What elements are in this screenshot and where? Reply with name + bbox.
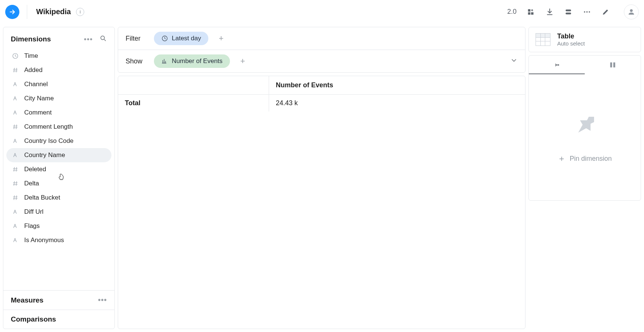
clock-icon [161,35,168,42]
version-label: 2.0 [507,8,517,16]
pinboard-tab-pinned[interactable] [529,56,585,74]
text-icon [12,222,19,230]
measures-header[interactable]: Measures ••• [3,290,114,310]
essence-icon[interactable] [564,8,572,16]
dimension-item-label: Deleted [24,166,46,173]
filter-row: Filter Latest day + [118,27,525,50]
total-row-value: 24.43 k [269,95,525,112]
show-pill-label: Number of Events [172,57,222,65]
datasource-title: Wikipedia [36,7,71,16]
comparisons-header[interactable]: Comparisons [3,310,114,329]
svg-point-5 [584,11,585,13]
hash-icon [12,166,19,173]
text-icon [12,151,19,159]
edit-icon[interactable] [602,8,610,16]
expand-show-icon[interactable] [510,57,518,66]
dimensions-more-icon[interactable]: ••• [84,35,93,44]
dimension-item[interactable]: Country Iso Code [6,134,111,148]
info-icon[interactable]: i [76,8,84,16]
divider [27,5,27,19]
dimension-item[interactable]: Time [6,49,111,63]
text-icon [12,208,19,216]
dimension-item[interactable]: Diff Url [6,205,111,219]
hash-icon [12,123,19,131]
download-icon[interactable] [546,8,554,16]
text-icon [12,95,19,102]
text-icon [12,81,19,88]
dimension-item-label: Country Iso Code [24,137,73,145]
table-icon [536,33,550,46]
bar-chart-icon [161,58,168,65]
show-pill-number-of-events[interactable]: Number of Events [154,54,230,68]
dimension-item[interactable]: Channel [6,77,111,91]
dimension-item[interactable]: Delta [6,176,111,191]
arrow-right-icon [9,8,16,16]
dimension-item[interactable]: Deleted [6,162,111,176]
svg-rect-12 [610,62,612,67]
svg-rect-2 [531,12,533,14]
dimension-item-label: Diff Url [24,208,44,216]
filter-label: Filter [126,35,146,43]
dimensions-sidebar: Dimensions ••• TimeAddedChannelCity Name… [3,27,115,329]
dimension-item[interactable]: Country Name [6,148,111,162]
app-logo[interactable] [5,5,19,19]
pin-dimension-label: Pin dimension [569,155,612,163]
pin-dimension-button[interactable]: ＋ Pin dimension [558,153,612,164]
svg-rect-0 [528,9,530,11]
comparisons-label: Comparisons [11,315,56,323]
clock-icon [12,52,19,60]
svg-rect-3 [566,9,571,11]
visualization-selector[interactable]: Table Auto select [528,27,641,52]
dimensions-search-icon[interactable] [100,35,107,44]
filter-pill-latest-day[interactable]: Latest day [154,32,208,45]
dimension-item[interactable]: Added [6,63,111,77]
hash-icon [12,194,19,201]
person-icon [627,8,635,16]
pin-placeholder-icon [563,104,606,148]
pinboard-tab-compare[interactable] [585,56,641,74]
visualization-subtitle: Auto select [557,40,585,47]
hash-icon [12,180,19,187]
dimension-item[interactable]: Flags [6,219,111,233]
query-bar: Filter Latest day + Show Number of Event… [118,27,525,73]
svg-rect-13 [613,62,615,67]
dimension-item-label: Comment [24,109,52,116]
dimension-item[interactable]: Delta Bucket [6,191,111,205]
svg-point-8 [630,9,632,12]
dimension-item-label: Country Name [24,151,65,159]
dimension-item[interactable]: City Name [6,91,111,106]
add-panel-icon[interactable] [527,8,535,16]
svg-rect-4 [566,12,571,14]
total-row-label: Total [118,95,269,112]
pin-icon [553,61,561,68]
dimension-item-label: Is Anonymous [24,237,64,244]
dimension-item-label: Delta [24,180,39,187]
dimension-item-label: Comment Length [24,123,73,131]
add-measure-button[interactable]: + [237,56,248,66]
add-filter-button[interactable]: + [216,33,226,44]
svg-point-6 [586,11,588,13]
more-icon[interactable] [583,8,591,16]
svg-rect-1 [528,12,530,14]
dimension-item[interactable]: Comment [6,106,111,120]
show-row: Show Number of Events + [118,50,525,72]
measures-more-icon[interactable]: ••• [98,296,107,304]
dimension-item[interactable]: Is Anonymous [6,233,111,247]
text-icon [12,137,19,145]
dimension-item-label: Time [24,52,38,60]
text-icon [12,237,19,244]
visualization-title: Table [557,32,585,40]
top-bar: Wikipedia i 2.0 [0,0,644,24]
result-table: Number of Events Total 24.43 k [118,76,525,329]
measure-column-header[interactable]: Number of Events [269,76,525,94]
dimensions-header: Dimensions [11,35,84,43]
pinboard-panel: ＋ Pin dimension [528,55,641,201]
plus-icon: ＋ [558,153,566,164]
measures-label: Measures [11,296,44,304]
hash-icon [12,66,19,74]
filter-pill-label: Latest day [172,35,201,42]
dimension-item-label: Channel [24,81,48,88]
dimension-item[interactable]: Comment Length [6,120,111,134]
user-avatar[interactable] [624,4,639,19]
split-column-header[interactable] [118,76,269,94]
